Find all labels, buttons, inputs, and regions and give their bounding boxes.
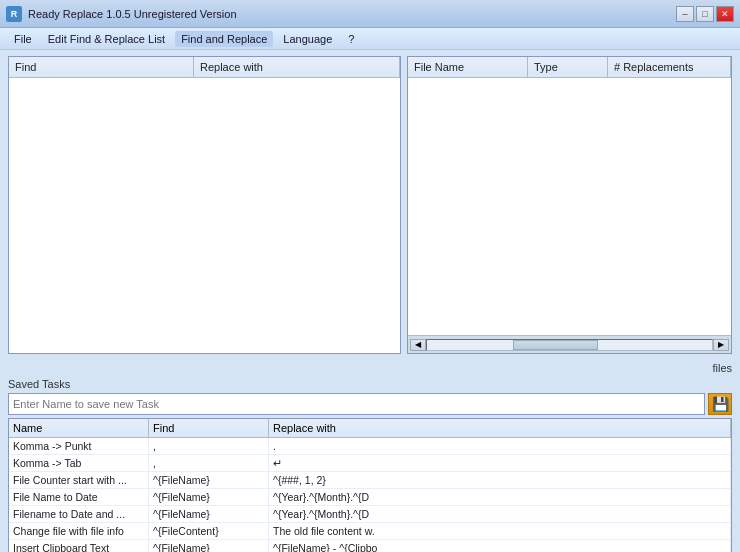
- replacements-column-header: # Replacements: [608, 57, 731, 77]
- tasks-replace-header: Replace with: [269, 419, 731, 437]
- task-cell-find: ^{FileName}: [149, 489, 269, 505]
- tasks-table-header: Name Find Replace with: [9, 419, 731, 438]
- title-text: Ready Replace 1.0.5 Unregistered Version: [28, 8, 237, 20]
- task-row[interactable]: Change file with file info^{FileContent}…: [9, 523, 731, 540]
- menu-edit-find-replace[interactable]: Edit Find & Replace List: [42, 31, 171, 47]
- close-button[interactable]: ✕: [716, 6, 734, 22]
- task-cell-find: ,: [149, 455, 269, 471]
- scroll-right-button[interactable]: ▶: [713, 339, 729, 351]
- task-row[interactable]: Komma -> Tab,↵: [9, 455, 731, 472]
- menu-help[interactable]: ?: [342, 31, 360, 47]
- menu-file[interactable]: File: [8, 31, 38, 47]
- task-cell-find: ,: [149, 438, 269, 454]
- task-row[interactable]: File Name to Date^{FileName}^{Year}.^{Mo…: [9, 489, 731, 506]
- task-cell-name: File Counter start with ...: [9, 472, 149, 488]
- replace-column-header: Replace with: [194, 57, 400, 77]
- tasks-name-header: Name: [9, 419, 149, 437]
- task-row[interactable]: Filename to Date and ...^{FileName}^{Yea…: [9, 506, 731, 523]
- task-cell-name: File Name to Date: [9, 489, 149, 505]
- task-cell-replace: ^{Year}.^{Month}.^{D: [269, 506, 731, 522]
- tasks-table-body[interactable]: Komma -> Punkt,.Komma -> Tab,↵File Count…: [9, 438, 731, 552]
- main-content: Find Replace with File Name Type # Repla…: [0, 50, 740, 360]
- menu-find-and-replace[interactable]: Find and Replace: [175, 31, 273, 47]
- app-icon: R: [6, 6, 22, 22]
- title-bar: R Ready Replace 1.0.5 Unregistered Versi…: [0, 0, 740, 28]
- find-replace-panel: Find Replace with: [8, 56, 401, 354]
- menu-bar: File Edit Find & Replace List Find and R…: [0, 28, 740, 50]
- file-header: File Name Type # Replacements: [408, 57, 731, 78]
- minimize-button[interactable]: –: [676, 6, 694, 22]
- task-save-button[interactable]: 💾: [708, 393, 732, 415]
- task-cell-replace: ^{###, 1, 2}: [269, 472, 731, 488]
- task-cell-replace: .: [269, 438, 731, 454]
- bottom-section: Saved Tasks 💾 Name Find Replace with Kom…: [0, 374, 740, 552]
- type-column-header: Type: [528, 57, 608, 77]
- task-cell-replace: The old file content w.: [269, 523, 731, 539]
- title-buttons: – □ ✕: [676, 6, 734, 22]
- task-row[interactable]: Insert Clipboard Text^{FileName}^{FileNa…: [9, 540, 731, 552]
- task-row[interactable]: Komma -> Punkt,.: [9, 438, 731, 455]
- task-cell-replace: ^{Year}.^{Month}.^{D: [269, 489, 731, 505]
- menu-language[interactable]: Language: [277, 31, 338, 47]
- file-scrollbar[interactable]: ◀ ▶: [408, 335, 731, 353]
- task-cell-name: Komma -> Tab: [9, 455, 149, 471]
- task-cell-find: ^{FileName}: [149, 472, 269, 488]
- task-cell-name: Insert Clipboard Text: [9, 540, 149, 552]
- files-label-area: files: [0, 360, 740, 374]
- task-row[interactable]: File Counter start with ...^{FileName}^{…: [9, 472, 731, 489]
- filename-column-header: File Name: [408, 57, 528, 77]
- scrollbar-track[interactable]: [426, 339, 713, 351]
- task-cell-name: Change file with file info: [9, 523, 149, 539]
- find-column-header: Find: [9, 57, 194, 77]
- saved-tasks-label: Saved Tasks: [8, 378, 732, 390]
- task-cell-replace: ^{FileName} - ^{Clipbo: [269, 540, 731, 552]
- scroll-left-button[interactable]: ◀: [410, 339, 426, 351]
- maximize-button[interactable]: □: [696, 6, 714, 22]
- task-input-row: 💾: [8, 393, 732, 415]
- task-name-input[interactable]: [8, 393, 705, 415]
- scrollbar-thumb[interactable]: [513, 340, 599, 350]
- tasks-find-header: Find: [149, 419, 269, 437]
- find-replace-header: Find Replace with: [9, 57, 400, 78]
- find-replace-body: [9, 78, 400, 353]
- task-cell-find: ^{FileContent}: [149, 523, 269, 539]
- file-panel: File Name Type # Replacements ◀ ▶: [407, 56, 732, 354]
- task-cell-replace: ↵: [269, 455, 731, 471]
- file-body: [408, 78, 731, 335]
- task-cell-find: ^{FileName}: [149, 506, 269, 522]
- files-label: files: [712, 362, 732, 374]
- tasks-table: Name Find Replace with Komma -> Punkt,.K…: [8, 418, 732, 552]
- task-cell-name: Filename to Date and ...: [9, 506, 149, 522]
- title-bar-left: R Ready Replace 1.0.5 Unregistered Versi…: [6, 6, 237, 22]
- task-cell-find: ^{FileName}: [149, 540, 269, 552]
- task-cell-name: Komma -> Punkt: [9, 438, 149, 454]
